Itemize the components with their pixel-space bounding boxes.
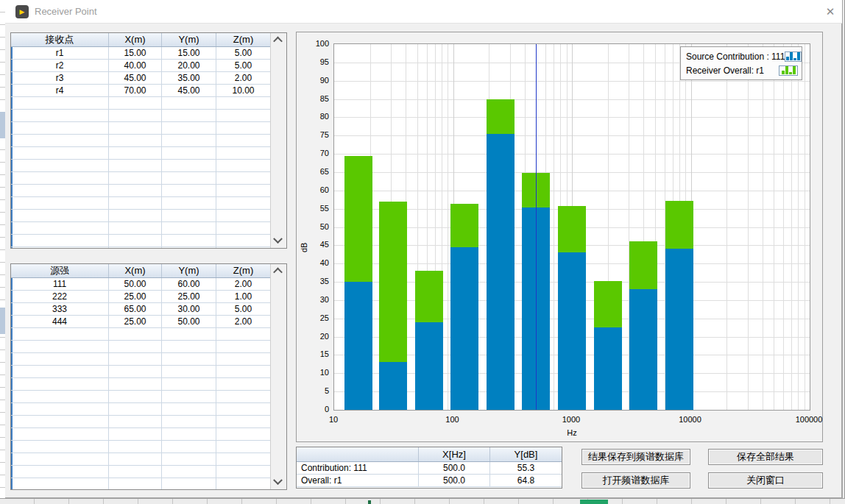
source-table-scrollbar[interactable] — [270, 264, 286, 489]
receiver-cell[interactable]: 5.00 — [216, 60, 270, 71]
receiver-cell[interactable]: r4 — [11, 85, 109, 96]
source-cell[interactable]: 111 — [11, 278, 109, 290]
receiver-cell[interactable] — [216, 235, 270, 246]
source-cell[interactable] — [162, 453, 216, 465]
source-row-111[interactable]: 11150.0060.002.00 — [11, 278, 286, 291]
receiver-empty-row[interactable] — [11, 110, 286, 122]
source-cell[interactable] — [109, 378, 162, 390]
receiver-cell[interactable] — [216, 110, 270, 121]
receiver-empty-row[interactable] — [11, 135, 286, 147]
source-cell[interactable] — [162, 428, 216, 440]
source-cell[interactable] — [11, 441, 109, 452]
title-bar[interactable]: ▶ Receiver Point ✕ — [5, 0, 842, 24]
receiver-cell[interactable] — [11, 147, 109, 159]
source-empty-row[interactable] — [11, 366, 286, 378]
source-cell[interactable] — [216, 341, 270, 352]
save-all-results-button[interactable]: 保存全部结果 — [708, 449, 823, 465]
receiver-row-r2[interactable]: r240.0020.005.00 — [11, 60, 286, 72]
source-row-444[interactable]: 44425.0050.002.00 — [11, 316, 286, 328]
receiver-cell[interactable] — [216, 122, 270, 134]
source-empty-row[interactable] — [11, 391, 286, 403]
receiver-cell[interactable] — [11, 135, 109, 146]
cursor-cell-name[interactable]: Contribution: 111 — [297, 462, 419, 474]
legend-item-receiver-overall[interactable]: Receiver Overall: r1 — [681, 63, 802, 77]
scroll-up-icon[interactable] — [275, 268, 281, 274]
receiver-cell[interactable] — [216, 185, 270, 196]
receiver-cell[interactable]: 35.00 — [162, 72, 216, 84]
receiver-empty-row[interactable] — [11, 197, 286, 210]
save-results-to-spectrum-db-button[interactable]: 结果保存到频谱数据库 — [581, 449, 690, 465]
receiver-cell[interactable] — [109, 160, 162, 171]
source-cell[interactable]: 222 — [11, 291, 109, 302]
source-cell[interactable] — [11, 341, 109, 352]
receiver-cell[interactable] — [162, 185, 216, 196]
source-cell[interactable] — [11, 428, 109, 440]
source-cell[interactable] — [216, 403, 270, 415]
receiver-cell[interactable] — [11, 185, 109, 196]
receiver-empty-row[interactable] — [11, 210, 286, 222]
source-empty-row[interactable] — [11, 453, 286, 466]
receiver-cell[interactable]: 15.00 — [109, 47, 162, 59]
receiver-cell[interactable]: 70.00 — [109, 85, 162, 96]
source-cell[interactable] — [109, 366, 162, 377]
source-cell[interactable]: 25.00 — [109, 316, 162, 327]
source-empty-row[interactable] — [11, 403, 286, 416]
source-cell[interactable] — [109, 453, 162, 465]
source-cell[interactable] — [11, 416, 109, 427]
source-cell[interactable] — [216, 441, 270, 452]
receiver-table-scrollbar[interactable] — [270, 33, 286, 248]
receiver-cell[interactable]: 10.00 — [216, 85, 270, 96]
source-cell[interactable] — [216, 466, 270, 478]
source-empty-row[interactable] — [11, 353, 286, 366]
receiver-empty-row[interactable] — [11, 247, 286, 249]
source-cell[interactable] — [109, 403, 162, 415]
receiver-cell[interactable] — [162, 172, 216, 184]
source-empty-row[interactable] — [11, 378, 286, 391]
receiver-row-r3[interactable]: r345.0035.002.00 — [11, 72, 286, 85]
receiver-cell[interactable] — [162, 247, 216, 249]
receiver-cell[interactable] — [162, 135, 216, 146]
receiver-empty-row[interactable] — [11, 160, 286, 172]
source-cell[interactable] — [11, 453, 109, 465]
receiver-cell[interactable] — [109, 110, 162, 121]
cursor-cell-y[interactable]: 64.8 — [490, 475, 562, 486]
receiver-cell[interactable] — [11, 222, 109, 234]
source-cell[interactable]: 444 — [11, 316, 109, 327]
receiver-cell[interactable] — [109, 147, 162, 159]
source-cell[interactable]: 60.00 — [162, 278, 216, 290]
cursor-cell-name[interactable]: Overall: r1 — [297, 475, 419, 486]
source-empty-row[interactable] — [11, 478, 286, 490]
receiver-empty-row[interactable] — [11, 172, 286, 185]
source-cell[interactable] — [162, 328, 216, 340]
receiver-cell[interactable] — [162, 222, 216, 234]
source-cell[interactable] — [162, 378, 216, 390]
source-cell[interactable] — [216, 353, 270, 365]
receiver-cell[interactable] — [162, 147, 216, 159]
source-cell[interactable]: 25.00 — [162, 291, 216, 302]
receiver-cell[interactable] — [216, 172, 270, 184]
source-cell[interactable]: 25.00 — [109, 291, 162, 302]
source-cell[interactable] — [162, 391, 216, 402]
plot-area[interactable] — [333, 43, 810, 411]
receiver-cell[interactable] — [162, 210, 216, 221]
source-cell[interactable] — [216, 366, 270, 377]
source-cell[interactable] — [109, 466, 162, 478]
source-empty-row[interactable] — [11, 328, 286, 341]
receiver-row-r4[interactable]: r470.0045.0010.00 — [11, 85, 286, 97]
cursor-cell-x[interactable]: 500.0 — [419, 475, 490, 486]
legend-item-source-contribution[interactable]: Source Contribution : 111 — [681, 49, 802, 63]
source-row-222[interactable]: 22225.0025.001.00 — [11, 291, 286, 303]
receiver-cell[interactable] — [109, 222, 162, 234]
source-cell[interactable]: 333 — [11, 303, 109, 315]
receiver-cell[interactable]: r3 — [11, 72, 109, 84]
source-cell[interactable]: 50.00 — [162, 316, 216, 327]
source-cell[interactable] — [11, 328, 109, 340]
receiver-cell[interactable] — [162, 122, 216, 134]
source-cell[interactable] — [162, 341, 216, 352]
source-cell[interactable] — [11, 478, 109, 490]
source-cell[interactable] — [216, 378, 270, 390]
source-cell[interactable] — [109, 416, 162, 427]
source-cell[interactable]: 5.00 — [216, 303, 270, 315]
window-close-button[interactable]: ✕ — [822, 4, 838, 20]
receiver-cell[interactable] — [162, 197, 216, 209]
